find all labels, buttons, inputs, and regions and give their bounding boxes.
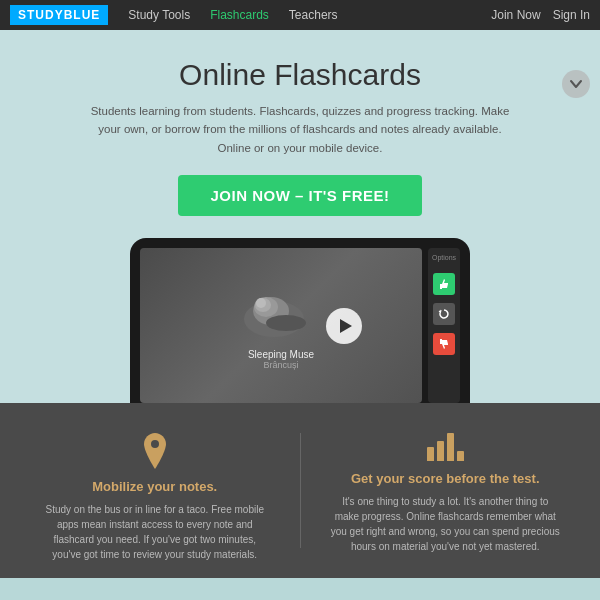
bar-1: [427, 447, 434, 461]
options-label: Options: [432, 254, 456, 261]
join-now-button[interactable]: JOIN NOW – IT'S FREE!: [178, 175, 421, 216]
feature-score-body: It's one thing to study a lot. It's anot…: [331, 494, 561, 554]
bar-2: [437, 441, 444, 461]
feature-mobilize: Mobilize your notes. Study on the bus or…: [30, 423, 280, 558]
flashcard-content: Sleeping Muse Brâncuși: [236, 281, 326, 370]
tablet-sidebar: Options: [428, 248, 460, 403]
tablet-mockup: Sleeping Muse Brâncuși Options: [0, 238, 600, 403]
chevron-down-icon: [569, 77, 583, 91]
thumbs-up-button[interactable]: [433, 273, 455, 295]
sign-in-nav[interactable]: Sign In: [553, 8, 590, 22]
hero-subtitle: Students learning from students. Flashca…: [85, 102, 515, 157]
features-section: Mobilize your notes. Study on the bus or…: [0, 403, 600, 578]
bars-container: [427, 433, 464, 461]
refresh-button[interactable]: [433, 303, 455, 325]
nav-study-tools[interactable]: Study Tools: [128, 8, 190, 22]
feature-score: Get your score before the test. It's one…: [321, 423, 571, 558]
tablet-frame: Sleeping Muse Brâncuși Options: [130, 238, 470, 403]
nav-flashcards[interactable]: Flashcards: [210, 8, 269, 22]
thumbs-down-button[interactable]: [433, 333, 455, 355]
svg-point-4: [256, 298, 266, 308]
svg-point-6: [151, 440, 159, 448]
svg-point-5: [266, 315, 306, 331]
card-title: Sleeping Muse: [236, 349, 326, 360]
play-icon: [340, 319, 352, 333]
hero-title: Online Flashcards: [60, 58, 540, 92]
bar-chart-icon: [331, 433, 561, 461]
tablet-screen: Sleeping Muse Brâncuși: [140, 248, 422, 403]
nav-teachers[interactable]: Teachers: [289, 8, 338, 22]
hero-section: Online Flashcards Students learning from…: [0, 30, 600, 238]
feature-mobilize-heading: Mobilize your notes.: [40, 479, 270, 494]
thumbs-up-icon: [438, 278, 450, 290]
pin-icon: [141, 433, 169, 469]
feature-score-heading: Get your score before the test.: [331, 471, 561, 486]
refresh-icon: [438, 308, 450, 320]
scroll-down-button[interactable]: [562, 70, 590, 98]
feature-mobilize-body: Study on the bus or in line for a taco. …: [40, 502, 270, 562]
thumbs-down-icon: [438, 338, 450, 350]
play-button[interactable]: [326, 308, 362, 344]
feature-divider: [300, 433, 301, 548]
bar-3: [447, 433, 454, 461]
card-subtitle: Brâncuși: [236, 360, 326, 370]
join-now-nav[interactable]: Join Now: [491, 8, 540, 22]
nav-links: Study Tools Flashcards Teachers: [128, 8, 491, 22]
navbar: STUDYBLUE Study Tools Flashcards Teacher…: [0, 0, 600, 30]
sculpture-image: [236, 281, 326, 341]
location-icon: [40, 433, 270, 469]
bar-4: [457, 451, 464, 461]
logo[interactable]: STUDYBLUE: [10, 5, 108, 25]
nav-auth: Join Now Sign In: [491, 8, 590, 22]
